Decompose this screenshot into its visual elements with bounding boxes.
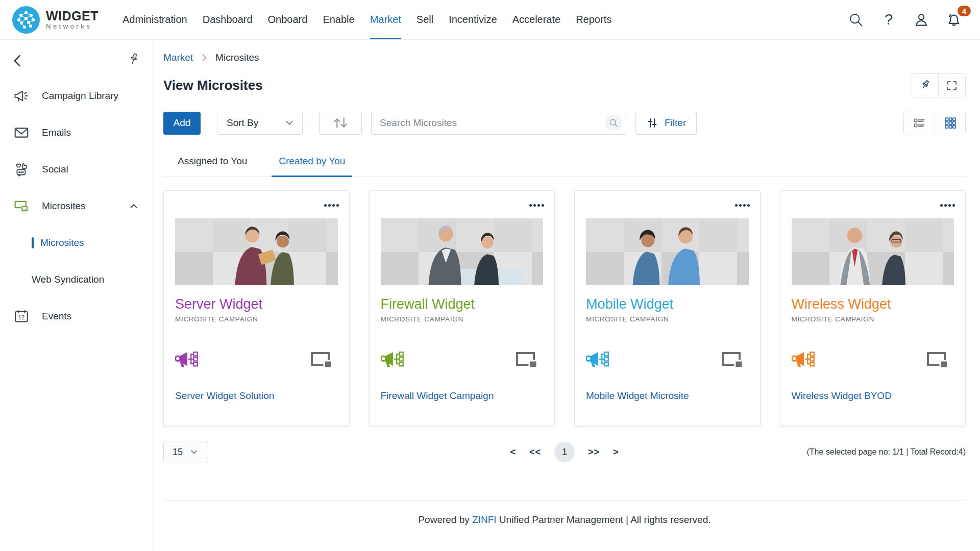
add-button[interactable]: Add <box>163 112 201 135</box>
card-menu-button[interactable] <box>527 202 546 209</box>
microsite-screen-icon <box>310 352 334 371</box>
photo-illustration <box>175 218 338 285</box>
card-menu-button[interactable] <box>938 202 957 209</box>
sidebar-subitem-web-syndication[interactable]: Web Syndication <box>0 264 153 295</box>
pagination-summary: (The selected page no: 1/1 | Total Recor… <box>806 447 966 457</box>
sidebar-item-label: Campaign Library <box>42 90 118 102</box>
last-page-button[interactable]: >> <box>588 447 600 458</box>
first-page-button[interactable]: << <box>529 447 541 458</box>
sort-by-label: Sort By <box>227 117 258 129</box>
filter-label: Filter <box>665 117 686 129</box>
prev-page-button[interactable]: < <box>510 447 516 458</box>
nav-item-dashboard[interactable]: Dashboard <box>203 0 253 39</box>
card-icons <box>175 350 338 372</box>
pushpin-icon <box>127 52 140 67</box>
list-view-icon[interactable] <box>904 111 935 135</box>
notifications-bell-icon[interactable]: 4 <box>945 11 963 29</box>
nav-item-accelerate[interactable]: Accelerate <box>512 0 561 39</box>
fullscreen-icon[interactable] <box>938 74 965 97</box>
logo: WIDGET Networks <box>12 6 110 34</box>
filter-button[interactable]: Filter <box>635 112 697 135</box>
toolbar: Add Sort By <box>163 111 966 135</box>
card-link[interactable]: Mobile Widget Microsite <box>586 390 689 402</box>
card-subtitle: MICROSITE CAMPAIGN <box>381 315 544 323</box>
card-link[interactable]: Wireless Widget BYOD <box>792 390 892 402</box>
chevron-down-icon <box>284 117 295 129</box>
card-photo <box>586 218 749 285</box>
social-engagement-icon <box>13 162 30 177</box>
footer: Powered by ZINFI Unified Partner Managem… <box>163 514 966 525</box>
breadcrumb: Market Microsites <box>163 52 966 63</box>
sidebar-subitem-microsites[interactable]: Microsites <box>0 228 153 258</box>
nav-item-sell[interactable]: Sell <box>416 0 433 39</box>
chevron-right-icon <box>199 53 209 63</box>
sidebar-subitem-label: Microsites <box>40 237 84 248</box>
sidebar-item-label: Emails <box>42 127 71 138</box>
chevron-down-icon <box>189 447 199 457</box>
nav-item-incentivize[interactable]: Incentivize <box>449 0 497 39</box>
tabs: Assigned to You Created by You <box>163 156 966 177</box>
card-menu-button[interactable] <box>733 202 752 209</box>
search-input[interactable] <box>372 117 626 129</box>
help-icon[interactable]: ? <box>880 11 897 29</box>
sidebar-item-emails[interactable]: Emails <box>0 117 153 148</box>
tab-created-by-you[interactable]: Created by You <box>272 156 352 177</box>
card-link[interactable]: Firewall Widget Campaign <box>381 390 494 402</box>
nav-item-market[interactable]: Market <box>370 0 401 39</box>
card-title: Firewall Widget <box>381 296 544 312</box>
sidebar-item-campaign-library[interactable]: Campaign Library <box>0 81 153 111</box>
ellipsis-icon <box>324 204 339 207</box>
logo-subtitle: Networks <box>46 22 99 30</box>
sidebar-subitem-label: Web Syndication <box>32 274 104 285</box>
search-box <box>371 112 626 135</box>
nav-item-onboard[interactable]: Onboard <box>268 0 308 39</box>
campaign-megaphone-icon <box>586 350 611 372</box>
sidebar: Campaign Library Emails Social <box>0 40 153 551</box>
sidebar-item-label: Microsites <box>42 201 86 212</box>
photo-illustration <box>381 218 544 285</box>
filter-sliders-icon <box>646 117 658 129</box>
chevron-left-icon <box>10 53 26 68</box>
search-submit-icon[interactable] <box>605 115 622 131</box>
card-menu-button[interactable] <box>322 202 341 209</box>
sort-by-select[interactable]: Sort By <box>217 112 303 135</box>
topbar-icons: ? 4 <box>847 11 963 29</box>
page-size-select[interactable]: 15 <box>163 441 208 463</box>
header-actions <box>911 73 966 97</box>
card-link[interactable]: Server Widget Solution <box>175 390 274 402</box>
tab-assigned-to-you[interactable]: Assigned to You <box>170 156 254 177</box>
user-icon[interactable] <box>913 11 930 29</box>
campaign-megaphone-icon <box>792 350 817 372</box>
pin-page-button[interactable] <box>911 74 938 97</box>
nav-item-administration[interactable]: Administration <box>122 0 187 39</box>
sort-order-button[interactable] <box>319 112 362 135</box>
sidebar-item-social[interactable]: Social <box>0 154 153 185</box>
breadcrumb-market-link[interactable]: Market <box>163 52 193 63</box>
active-indicator-bar <box>32 237 34 248</box>
card-title: Server Widget <box>175 296 338 312</box>
calendar-icon: 12 <box>13 309 30 324</box>
sidebar-collapse-button[interactable] <box>10 53 26 68</box>
microsite-cards: Server Widget MICROSITE CAMPAIGN <box>163 190 966 426</box>
sidebar-item-microsites[interactable]: Microsites <box>0 191 153 221</box>
footer-brand-link[interactable]: ZINFI <box>472 514 497 525</box>
sidebar-pin-button[interactable] <box>127 52 140 67</box>
card-title: Mobile Widget <box>586 296 749 312</box>
microsite-screen-icon <box>13 199 30 213</box>
top-navigation: Administration Dashboard Onboard Enable … <box>122 0 611 39</box>
search-icon[interactable] <box>847 11 865 29</box>
grid-view-icon[interactable] <box>935 111 965 135</box>
breadcrumb-current: Microsites <box>215 52 259 63</box>
next-page-button[interactable]: > <box>613 447 619 458</box>
card-photo <box>792 218 954 285</box>
nav-item-reports[interactable]: Reports <box>576 0 611 39</box>
footer-suffix: Unified Partner Management | All rights … <box>499 514 711 525</box>
current-page-button[interactable]: 1 <box>554 442 575 462</box>
pager: < << 1 >> > <box>510 442 619 462</box>
sidebar-item-events[interactable]: 12 Events <box>0 301 153 332</box>
nav-item-enable[interactable]: Enable <box>323 0 354 39</box>
card-title: Wireless Widget <box>792 296 954 312</box>
ellipsis-icon <box>940 204 955 207</box>
logo-network-icon <box>12 6 40 34</box>
page-size-value: 15 <box>173 447 183 458</box>
